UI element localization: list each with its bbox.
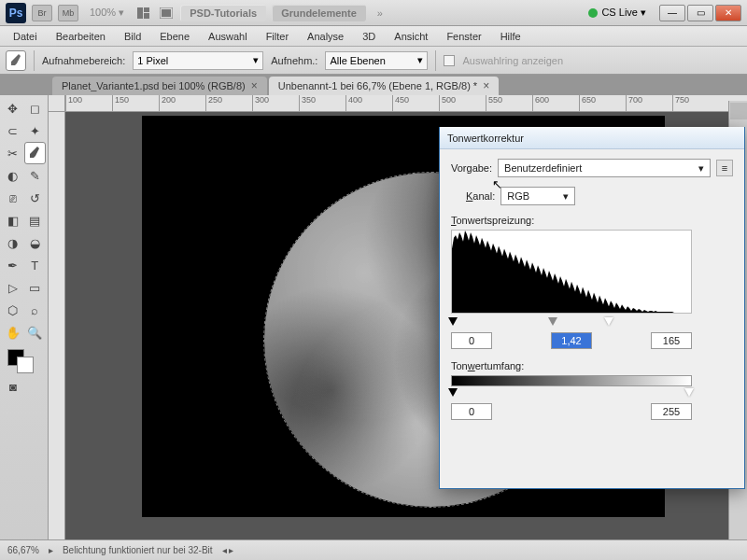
menu-bearbeiten[interactable]: Bearbeiten [49, 29, 113, 44]
workspace-grundelemente[interactable]: Grundelemente [272, 5, 366, 21]
menu-ansicht[interactable]: Ansicht [387, 29, 435, 44]
screenmode-icon[interactable] [158, 5, 175, 21]
svg-rect-0 [137, 7, 143, 19]
svg-marker-5 [452, 231, 691, 313]
background-color[interactable] [17, 357, 34, 373]
zoom-tool[interactable]: 🔍 [24, 321, 47, 343]
show-ring-checkbox[interactable] [444, 55, 455, 66]
ruler-horizontal[interactable]: 1001502002503003504004505005506006507007… [65, 95, 747, 112]
menu-bar: Datei Bearbeiten Bild Ebene Auswahl Filt… [0, 26, 747, 47]
3d-tool[interactable]: ⬡ [2, 299, 24, 321]
menu-fenster[interactable]: Fenster [439, 29, 488, 44]
preset-label: Vorgabe: [451, 162, 492, 174]
minibridge-button[interactable]: Mb [58, 5, 78, 21]
pen-tool[interactable]: ✒ [2, 254, 24, 276]
quickmask-toggle[interactable]: ◙ [2, 375, 24, 398]
wand-tool[interactable]: ✦ [24, 119, 47, 142]
input-black-field[interactable]: 0 [451, 332, 492, 349]
move-tool[interactable]: ✥ [2, 97, 24, 119]
close-tab-icon[interactable]: × [251, 79, 258, 92]
workspace-more[interactable]: » [377, 7, 383, 19]
document-tab-active[interactable]: Unbenannt-1 bei 66,7% (Ebene 1, RGB/8) *… [269, 77, 499, 95]
input-slider-track[interactable] [451, 317, 692, 329]
sample-layers-label: Aufnehm.: [271, 55, 317, 66]
bridge-button[interactable]: Br [32, 5, 52, 21]
menu-3d[interactable]: 3D [355, 29, 383, 44]
status-zoom[interactable]: 66,67% [7, 545, 39, 555]
history-brush-tool[interactable]: ↺ [24, 187, 47, 209]
channel-dropdown[interactable]: RGB▾ [500, 187, 575, 205]
status-bar: 66,67% ▸ Belichtung funktioniert nur bei… [0, 539, 747, 560]
dialog-title[interactable]: Tonwertkorrektur [440, 127, 744, 149]
menu-hilfe[interactable]: Hilfe [493, 29, 529, 44]
sample-size-dropdown[interactable]: 1 Pixel▾ [133, 51, 263, 70]
healing-tool[interactable]: ◐ [2, 164, 24, 187]
hand-tool[interactable]: ✋ [2, 321, 24, 343]
crop-tool[interactable]: ✂ [2, 142, 24, 164]
app-icon: Ps [6, 3, 26, 23]
input-white-field[interactable]: 165 [651, 332, 692, 349]
cslive-label: CS Live ▾ [601, 7, 646, 19]
shape-tool[interactable]: ▭ [24, 276, 47, 299]
output-slider-track[interactable] [451, 388, 692, 399]
ruler-origin[interactable] [49, 95, 65, 112]
gradient-tool[interactable]: ▤ [24, 209, 47, 231]
output-white-slider[interactable] [684, 388, 694, 397]
text-tool[interactable]: T [24, 254, 47, 276]
input-gamma-field[interactable]: 1,42 [551, 332, 592, 349]
levels-dialog: Tonwertkorrektur Vorgabe: ↖ Benutzerdefi… [439, 127, 745, 489]
path-select-tool[interactable]: ▷ [2, 276, 24, 299]
3d-camera-tool[interactable]: ⌕ [24, 299, 47, 321]
output-black-field[interactable]: 0 [451, 403, 492, 420]
menu-analyse[interactable]: Analyse [300, 29, 351, 44]
svg-rect-2 [144, 13, 149, 19]
input-levels-label: Tonwertspreizung: [451, 215, 733, 226]
output-levels-label: Tonwertumfang: [451, 360, 733, 371]
cslive-button[interactable]: CS Live ▾ [588, 7, 646, 19]
menu-ebene[interactable]: Ebene [152, 29, 197, 44]
panel-icon[interactable] [730, 103, 747, 119]
toolbox: ✥◻ ⊂✦ ✂ ◐✎ ⎚↺ ◧▤ ◑◒ ✒T ▷▭ ⬡⌕ ✋🔍 ◙ [0, 95, 49, 560]
svg-rect-1 [144, 7, 149, 12]
ruler-vertical[interactable] [49, 112, 65, 560]
status-message: Belichtung funktioniert nur bei 32-Bit [63, 545, 213, 555]
sample-layers-dropdown[interactable]: Alle Ebenen▾ [325, 51, 428, 70]
histogram [451, 230, 692, 314]
input-black-slider[interactable] [448, 317, 458, 326]
marquee-tool[interactable]: ◻ [24, 97, 47, 119]
preset-dropdown[interactable]: Benutzerdefiniert▾ [498, 159, 711, 177]
output-black-slider[interactable] [448, 388, 458, 397]
zoom-dropdown[interactable]: 100% ▾ [90, 7, 124, 19]
eraser-tool[interactable]: ◧ [2, 209, 24, 231]
menu-auswahl[interactable]: Auswahl [201, 29, 255, 44]
arrange-icon[interactable] [135, 5, 152, 21]
stamp-tool[interactable]: ⎚ [2, 187, 24, 209]
eyedropper-tool[interactable] [24, 142, 47, 164]
preset-menu-icon[interactable]: ≡ [716, 160, 733, 176]
menu-datei[interactable]: Datei [6, 29, 45, 44]
show-ring-label: Auswahlring anzeigen [462, 55, 563, 66]
cslive-status-icon [588, 8, 598, 18]
minimize-button[interactable]: — [659, 5, 685, 21]
blur-tool[interactable]: ◑ [2, 231, 24, 254]
workspace-psd-tutorials[interactable]: PSD-Tutorials [180, 5, 266, 21]
current-tool-eyedropper-icon[interactable] [6, 50, 26, 71]
maximize-button[interactable]: ▭ [687, 5, 713, 21]
input-gamma-slider[interactable] [548, 317, 557, 326]
output-white-field[interactable]: 255 [651, 403, 692, 420]
input-white-slider[interactable] [604, 317, 613, 326]
dodge-tool[interactable]: ◒ [24, 231, 47, 254]
document-tabs: Planet_Variante1.psd bei 100% (RGB/8)× U… [0, 75, 747, 95]
brush-tool[interactable]: ✎ [24, 164, 47, 187]
svg-rect-4 [162, 9, 171, 17]
menu-bild[interactable]: Bild [117, 29, 148, 44]
channel-label: Kanal: [466, 190, 495, 202]
close-tab-icon[interactable]: × [483, 79, 489, 92]
options-bar: Aufnahmebereich: 1 Pixel▾ Aufnehm.: Alle… [0, 47, 747, 75]
lasso-tool[interactable]: ⊂ [2, 119, 24, 142]
sample-size-label: Aufnahmebereich: [42, 55, 125, 66]
menu-filter[interactable]: Filter [259, 29, 296, 44]
output-gradient [451, 375, 692, 386]
close-button[interactable]: ✕ [715, 5, 741, 21]
document-tab-inactive[interactable]: Planet_Variante1.psd bei 100% (RGB/8)× [52, 77, 267, 95]
